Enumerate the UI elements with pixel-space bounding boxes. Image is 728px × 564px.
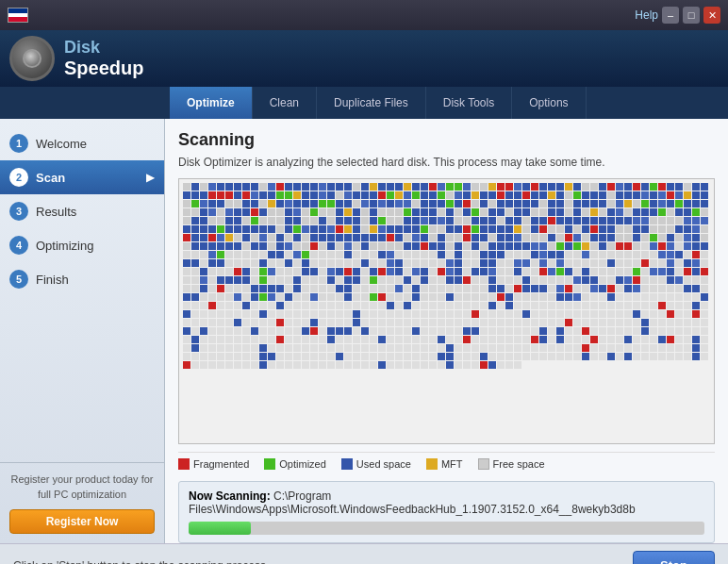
disk-cell bbox=[522, 225, 530, 233]
disk-cell bbox=[183, 336, 190, 343]
disk-cell bbox=[607, 251, 615, 258]
disk-cell bbox=[590, 353, 598, 360]
disk-cell bbox=[208, 353, 216, 360]
sidebar-step-welcome[interactable]: 1 Welcome bbox=[0, 126, 164, 160]
disk-cell bbox=[565, 344, 572, 352]
sidebar-step-optimizing[interactable]: 4 Optimizing bbox=[0, 228, 164, 262]
disk-cell bbox=[217, 191, 224, 199]
disk-cell bbox=[488, 276, 496, 284]
disk-cell bbox=[701, 327, 708, 335]
disk-cell bbox=[599, 234, 606, 241]
tab-duplicate-files[interactable]: Duplicate Files bbox=[317, 87, 426, 119]
register-text: Register your product today for full PC … bbox=[9, 473, 155, 502]
disk-cell bbox=[344, 268, 352, 275]
disk-cell bbox=[573, 208, 581, 216]
tab-disk-tools[interactable]: Disk Tools bbox=[426, 87, 512, 119]
disk-cell bbox=[234, 293, 241, 301]
disk-cell bbox=[599, 191, 606, 199]
disk-cell bbox=[658, 200, 666, 207]
disk-cell bbox=[293, 285, 301, 292]
disk-cell bbox=[421, 225, 428, 233]
disk-cell bbox=[667, 268, 674, 275]
disk-cell bbox=[378, 302, 386, 309]
close-button[interactable]: ✕ bbox=[703, 7, 720, 24]
disk-cell bbox=[522, 268, 530, 275]
tab-clean[interactable]: Clean bbox=[253, 87, 317, 119]
disk-cell bbox=[455, 251, 462, 258]
disk-cell bbox=[497, 208, 505, 216]
disk-cell bbox=[463, 183, 471, 191]
disk-cell bbox=[684, 319, 691, 326]
disk-cell bbox=[370, 285, 377, 292]
disk-cell bbox=[378, 285, 386, 292]
sidebar-step-scan[interactable]: 2 Scan ▶ bbox=[0, 160, 164, 194]
disk-cell bbox=[539, 276, 547, 284]
disk-cell bbox=[531, 208, 538, 216]
disk-cell bbox=[497, 276, 505, 284]
disk-cell bbox=[667, 217, 674, 224]
disk-cell bbox=[293, 302, 301, 309]
disk-cell bbox=[251, 234, 258, 241]
sidebar-step-finish[interactable]: 5 Finish bbox=[0, 262, 164, 296]
disk-cell bbox=[429, 208, 437, 216]
disk-cell bbox=[429, 353, 437, 360]
disk-cell bbox=[404, 200, 411, 207]
disk-cell bbox=[302, 191, 309, 199]
disk-cell bbox=[590, 276, 598, 284]
disk-cell bbox=[285, 200, 292, 207]
stop-button[interactable]: Stop bbox=[633, 551, 715, 564]
disk-cell bbox=[336, 183, 343, 191]
disk-cell bbox=[370, 225, 377, 233]
help-link[interactable]: Help bbox=[635, 8, 658, 22]
disk-cell bbox=[556, 208, 564, 216]
tab-options[interactable]: Options bbox=[512, 87, 586, 119]
disk-cell bbox=[488, 268, 496, 275]
disk-cell bbox=[641, 285, 649, 292]
disk-cell bbox=[548, 208, 555, 216]
disk-cell bbox=[488, 353, 496, 360]
disk-cell bbox=[268, 293, 275, 301]
disk-cell bbox=[208, 242, 216, 250]
disk-cell bbox=[446, 234, 454, 241]
minimize-button[interactable]: – bbox=[662, 7, 679, 24]
disk-cell bbox=[438, 276, 445, 284]
disk-cell bbox=[675, 200, 683, 207]
sidebar-step-results[interactable]: 3 Results bbox=[0, 194, 164, 228]
disk-cell bbox=[259, 268, 267, 275]
maximize-button[interactable]: □ bbox=[683, 7, 700, 24]
disk-cell bbox=[183, 200, 190, 207]
disk-cell bbox=[378, 217, 386, 224]
disk-cell bbox=[344, 293, 352, 301]
tab-optimize[interactable]: Optimize bbox=[170, 87, 253, 119]
disk-cell bbox=[217, 208, 224, 216]
disk-cell bbox=[387, 319, 394, 326]
disk-cell bbox=[268, 259, 275, 267]
disk-cell bbox=[336, 285, 343, 292]
disk-cell bbox=[539, 234, 547, 241]
disk-cell bbox=[344, 336, 352, 343]
disk-cell bbox=[582, 353, 589, 360]
disk-cell bbox=[208, 344, 216, 352]
disk-cell bbox=[395, 251, 403, 258]
disk-cell bbox=[573, 217, 581, 224]
disk-cell bbox=[480, 183, 488, 191]
disk-cell bbox=[692, 336, 700, 343]
step-label-finish: Finish bbox=[36, 273, 155, 287]
disk-cell bbox=[667, 276, 674, 284]
disk-cell bbox=[293, 310, 301, 318]
disk-cell bbox=[200, 268, 207, 275]
disk-cell bbox=[412, 285, 420, 292]
disk-cell bbox=[378, 361, 386, 369]
disk-cell bbox=[531, 200, 538, 207]
disk-cell bbox=[293, 293, 301, 301]
register-now-button[interactable]: Register Now bbox=[9, 509, 155, 534]
disk-cell bbox=[412, 217, 420, 224]
disk-cell bbox=[183, 310, 190, 318]
disk-cell bbox=[251, 285, 258, 292]
disk-cell bbox=[276, 200, 284, 207]
disk-cell bbox=[531, 234, 538, 241]
disk-cell bbox=[378, 293, 386, 301]
disk-cell bbox=[259, 319, 267, 326]
disk-cell bbox=[217, 217, 224, 224]
disk-cell bbox=[251, 310, 258, 318]
